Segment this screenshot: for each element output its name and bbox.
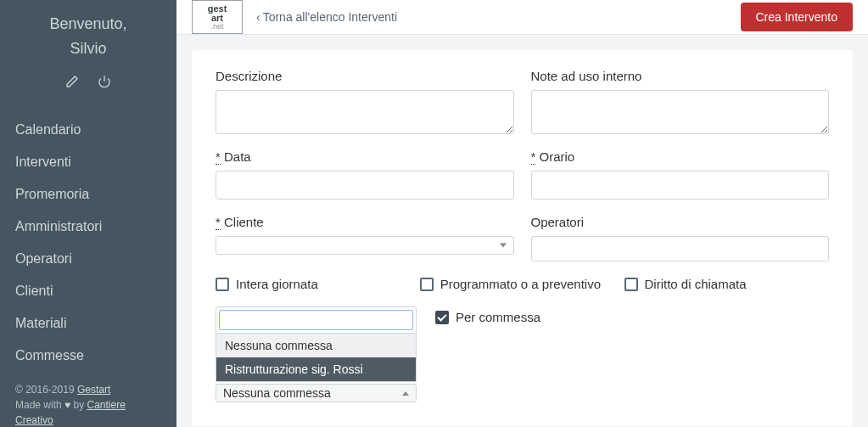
note-input[interactable] <box>531 90 830 134</box>
intera-giornata-checkbox[interactable] <box>216 278 229 291</box>
sidebar-footer: © 2016-2019 Gestart Made with ♥ by Canti… <box>0 372 176 427</box>
footer-madewith: Made with <box>15 399 64 411</box>
chevron-up-icon <box>402 391 409 396</box>
diritto-chiamata-label: Diritto di chiamata <box>645 277 747 291</box>
footer-by: by <box>70 399 87 411</box>
cliente-select[interactable] <box>216 236 514 255</box>
sidebar-nav: Calendario Interventi Promemoria Amminis… <box>0 114 176 372</box>
back-link-label: Torna all'elenco Interventi <box>263 10 397 24</box>
chevron-left-icon: ‹ <box>256 10 260 24</box>
descrizione-input[interactable] <box>216 90 514 134</box>
diritto-chiamata-checkbox[interactable] <box>624 278 638 291</box>
footer-copyright: © 2016-2019 <box>15 384 77 396</box>
edit-icon[interactable] <box>65 75 79 88</box>
programmato-checkbox[interactable] <box>420 278 434 291</box>
note-label: Note ad uso interno <box>531 69 830 83</box>
commessa-option-nessuna[interactable]: Nessuna commessa <box>216 334 416 357</box>
commessa-options-list: Nessuna commessa Ristrutturazione sig. R… <box>216 334 417 382</box>
nav-calendario[interactable]: Calendario <box>0 114 176 146</box>
descrizione-label: Descrizione <box>216 69 514 83</box>
chevron-down-icon <box>500 244 507 248</box>
nav-commesse[interactable]: Commesse <box>0 340 176 372</box>
logo-line2: art <box>211 14 223 23</box>
intera-giornata-label: Intera giornata <box>236 277 318 291</box>
per-commessa-checkbox[interactable] <box>435 311 449 324</box>
commessa-option-ristrutturazione[interactable]: Ristrutturazione sig. Rossi <box>216 357 416 381</box>
operatori-label: Operatori <box>531 215 830 229</box>
commessa-combo: Nessuna commessa Ristrutturazione sig. R… <box>216 306 417 402</box>
nav-interventi[interactable]: Interventi <box>0 146 176 178</box>
programmato-label: Programmato o a preventivo <box>440 277 601 291</box>
logo-line1: gest <box>208 4 227 14</box>
nav-operatori[interactable]: Operatori <box>0 243 176 275</box>
commessa-selected-value: Nessuna commessa <box>223 386 331 400</box>
orario-input[interactable] <box>531 171 830 199</box>
footer-brand-link[interactable]: Gestart <box>77 384 110 396</box>
welcome-username: Silvio <box>0 40 176 58</box>
back-link[interactable]: ‹Torna all'elenco Interventi <box>256 10 397 24</box>
data-label: * Data <box>216 149 514 164</box>
topbar: gest art .net ‹Torna all'elenco Interven… <box>176 0 868 35</box>
nav-materiali[interactable]: Materiali <box>0 307 176 340</box>
per-commessa-label: Per commessa <box>456 310 540 324</box>
operatori-select[interactable] <box>531 236 830 261</box>
nav-amministratori[interactable]: Amministratori <box>0 211 176 243</box>
logo-line3: .net <box>210 23 223 31</box>
logo[interactable]: gest art .net <box>192 0 243 34</box>
orario-label: * Orario <box>531 149 830 164</box>
form-card: Descrizione Note ad uso interno * Data <box>192 50 853 426</box>
create-intervento-button[interactable]: Crea Intervento <box>741 3 854 31</box>
power-icon[interactable] <box>98 75 111 88</box>
cliente-label: * Cliente <box>216 215 514 229</box>
welcome-block: Benvenuto, Silvio <box>0 0 176 66</box>
data-input[interactable] <box>216 171 514 199</box>
commessa-select-display[interactable]: Nessuna commessa <box>216 384 417 402</box>
commessa-search-input[interactable] <box>219 310 413 330</box>
welcome-label: Benvenuto, <box>0 15 176 33</box>
nav-promemoria[interactable]: Promemoria <box>0 178 176 211</box>
nav-clienti[interactable]: Clienti <box>0 275 176 307</box>
sidebar: Benvenuto, Silvio Calendario Interventi … <box>0 0 176 427</box>
